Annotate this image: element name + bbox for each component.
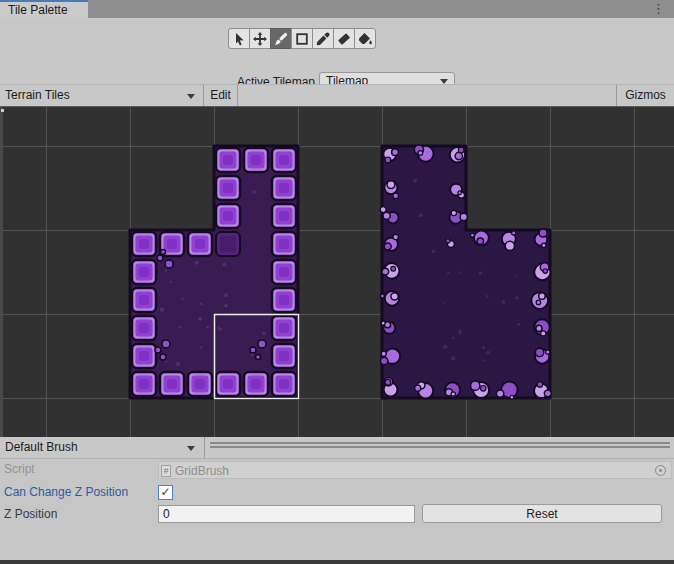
can-change-z-checkbox[interactable]: ✓ xyxy=(158,485,173,500)
tab-bar: Tile Palette ⋮ xyxy=(0,0,674,18)
script-object-field: # GridBrush xyxy=(158,461,672,479)
palette-name: Terrain Tiles xyxy=(5,88,70,102)
script-value: GridBrush xyxy=(175,464,229,478)
window-bottom-edge xyxy=(0,560,674,564)
palette-header-bar: Terrain Tiles Edit Gizmos xyxy=(0,84,674,107)
brush-inspector: Script # GridBrush Can Change Z Position… xyxy=(0,459,674,560)
tab-tile-palette[interactable]: Tile Palette xyxy=(0,0,88,18)
chevron-down-icon xyxy=(187,446,195,451)
palette-select-dropdown[interactable]: Terrain Tiles xyxy=(0,85,203,106)
fill-bucket-tool-button[interactable] xyxy=(354,28,376,49)
box-outline-icon xyxy=(294,31,310,47)
brush-select-dropdown[interactable]: Default Brush xyxy=(0,437,203,458)
eraser-tool-button[interactable] xyxy=(333,28,355,49)
brush-bar-scrollbar[interactable] xyxy=(210,442,670,448)
tile-palette-window: Tile Palette ⋮ xyxy=(0,0,674,564)
separator xyxy=(204,437,205,458)
separator xyxy=(237,85,238,106)
select-tool-button[interactable] xyxy=(228,28,250,49)
picker-tool-button[interactable] xyxy=(312,28,334,49)
brush-bar: Default Brush xyxy=(0,437,674,459)
palette-canvas[interactable] xyxy=(0,107,674,437)
select-cursor-icon xyxy=(231,31,247,47)
paint-tool-button[interactable] xyxy=(270,28,292,49)
brush-name: Default Brush xyxy=(5,440,78,454)
tool-group xyxy=(228,28,376,49)
chevron-down-icon xyxy=(187,94,195,99)
toolbar-pane: Active Tilemap Tilemap xyxy=(0,18,674,84)
palette-canvas-svg[interactable] xyxy=(0,107,674,437)
can-change-z-label: Can Change Z Position xyxy=(4,483,154,501)
z-position-label: Z Position xyxy=(4,505,154,523)
move-arrows-icon xyxy=(252,31,268,47)
eyedropper-icon xyxy=(315,31,331,47)
z-position-input[interactable] xyxy=(158,505,415,523)
paintbrush-icon xyxy=(273,31,289,47)
paint-bucket-icon xyxy=(357,31,373,47)
gizmos-button[interactable]: Gizmos xyxy=(617,85,674,106)
tab-title: Tile Palette xyxy=(8,3,68,17)
script-label: Script xyxy=(4,460,154,478)
edit-button[interactable]: Edit xyxy=(204,85,237,106)
kebab-menu-icon[interactable]: ⋮ xyxy=(652,1,664,17)
csharp-script-icon: # xyxy=(161,465,171,477)
checkmark-icon: ✓ xyxy=(160,485,170,499)
move-tool-button[interactable] xyxy=(249,28,271,49)
object-picker-icon[interactable] xyxy=(655,465,666,476)
box-fill-tool-button[interactable] xyxy=(291,28,313,49)
eraser-icon xyxy=(336,31,352,47)
reset-button[interactable]: Reset xyxy=(422,504,662,523)
